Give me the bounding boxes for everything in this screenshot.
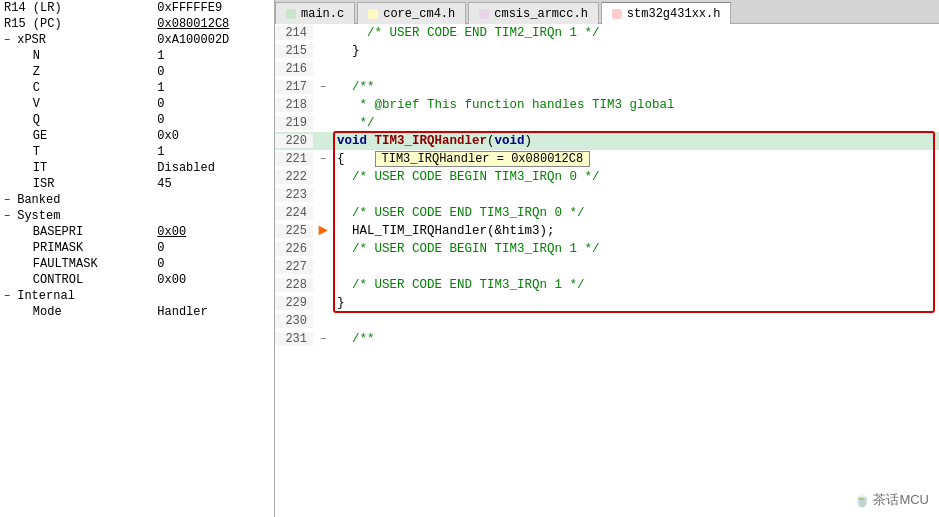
register-value-xpsr-t: 1 <box>153 144 274 160</box>
register-row-primask: PRIMASK0 <box>0 240 274 256</box>
line-marker-225: ► <box>313 223 333 239</box>
register-name-mode: Mode <box>0 304 153 320</box>
comment-text-214: /* USER CODE END TIM2_IRQn 1 */ <box>337 26 600 40</box>
fn-name-220: TIM3_IRQHandler <box>375 134 488 148</box>
tab-main-c[interactable]: main.c <box>275 2 355 24</box>
register-name-xpsr-c: C <box>0 80 153 96</box>
register-name-control: CONTROL <box>0 272 153 288</box>
register-row-xpsr-z: Z0 <box>0 64 274 80</box>
tab-label-main-c: main.c <box>301 7 344 21</box>
line-number-222: 222 <box>275 170 313 184</box>
register-name-internal: − Internal <box>0 288 153 304</box>
comment-text-222: /* USER CODE BEGIN TIM3_IRQn 0 */ <box>337 170 600 184</box>
register-row-xpsr-q: Q0 <box>0 112 274 128</box>
register-value-faultmask: 0 <box>153 256 274 272</box>
line-number-230: 230 <box>275 314 313 328</box>
tab-icon-stm32g431xx <box>612 9 622 19</box>
code-line-228: 228 /* USER CODE END TIM3_IRQn 1 */ <box>275 276 939 294</box>
code-line-217: 217− /** <box>275 78 939 96</box>
code-line-214: 214 /* USER CODE END TIM2_IRQn 1 */ <box>275 24 939 42</box>
code-line-219: 219 */ <box>275 114 939 132</box>
register-row-banked: − Banked <box>0 192 274 208</box>
register-value-basepri: 0x00 <box>153 224 274 240</box>
line-content-225: HAL_TIM_IRQHandler(&htim3); <box>333 224 939 238</box>
code-line-218: 218 * @brief This function handles TIM3 … <box>275 96 939 114</box>
line-marker-231[interactable]: − <box>313 334 333 345</box>
register-row-system: − System <box>0 208 274 224</box>
execution-arrow: ► <box>318 223 328 239</box>
comment-text-226: /* USER CODE BEGIN TIM3_IRQn 1 */ <box>337 242 600 256</box>
code-line-227: 227 <box>275 258 939 276</box>
register-row-xpsr: − xPSR0xA100002D <box>0 32 274 48</box>
register-value-primask: 0 <box>153 240 274 256</box>
register-row-control: CONTROL0x00 <box>0 272 274 288</box>
register-row-xpsr-v: V0 <box>0 96 274 112</box>
line-number-217: 217 <box>275 80 313 94</box>
line-number-229: 229 <box>275 296 313 310</box>
register-value-r14: 0xFFFFFE9 <box>153 0 274 16</box>
line-number-221: 221 <box>275 152 313 166</box>
tab-icon-main-c <box>286 9 296 19</box>
main-container: R14 (LR)0xFFFFFE9R15 (PC)0x080012C8− xPS… <box>0 0 939 517</box>
line-content-229: } <box>333 296 939 310</box>
register-name-xpsr: − xPSR <box>0 32 153 48</box>
register-name-xpsr-z: Z <box>0 64 153 80</box>
tab-cmsis-armcc[interactable]: cmsis_armcc.h <box>468 2 599 24</box>
line-number-215: 215 <box>275 44 313 58</box>
line-content-220: void TIM3_IRQHandler(void) <box>333 134 939 148</box>
collapse-icon-system[interactable]: − <box>4 211 10 222</box>
code-line-226: 226 /* USER CODE BEGIN TIM3_IRQn 1 */ <box>275 240 939 258</box>
register-name-xpsr-t: T <box>0 144 153 160</box>
register-row-xpsr-it: ITDisabled <box>0 160 274 176</box>
register-row-r14: R14 (LR)0xFFFFFE9 <box>0 0 274 16</box>
register-name-system: − System <box>0 208 153 224</box>
expand-icon-217[interactable]: − <box>320 82 326 93</box>
line-content-222: /* USER CODE BEGIN TIM3_IRQn 0 */ <box>333 170 939 184</box>
tab-label-cmsis-armcc: cmsis_armcc.h <box>494 7 588 21</box>
register-name-xpsr-n: N <box>0 48 153 64</box>
comment-text-224: /* USER CODE END TIM3_IRQn 0 */ <box>337 206 585 220</box>
register-value-xpsr-isr: 45 <box>153 176 274 192</box>
register-name-xpsr-ge: GE <box>0 128 153 144</box>
param-void-220: void <box>495 134 525 148</box>
line-content-215: } <box>333 44 939 58</box>
tab-stm32g431xx[interactable]: stm32g431xx.h <box>601 2 732 24</box>
code-line-222: 222 /* USER CODE BEGIN TIM3_IRQn 0 */ <box>275 168 939 186</box>
watermark: 🍵 茶话MCU <box>854 491 929 509</box>
line-content-226: /* USER CODE BEGIN TIM3_IRQn 1 */ <box>333 242 939 256</box>
code-line-223: 223 <box>275 186 939 204</box>
register-value-xpsr-v: 0 <box>153 96 274 112</box>
collapse-icon-xpsr[interactable]: − <box>4 35 10 46</box>
keyword-void-220: void <box>337 134 367 148</box>
tab-bar: main.ccore_cm4.hcmsis_armcc.hstm32g431xx… <box>275 0 939 24</box>
line-marker-217[interactable]: − <box>313 82 333 93</box>
comment-text-219: */ <box>337 116 375 130</box>
code-line-215: 215 } <box>275 42 939 60</box>
code-lines: 214 /* USER CODE END TIM2_IRQn 1 */215 }… <box>275 24 939 517</box>
register-row-xpsr-isr: ISR45 <box>0 176 274 192</box>
collapse-icon-banked[interactable]: − <box>4 195 10 206</box>
register-row-internal: − Internal <box>0 288 274 304</box>
comment-text-217: /** <box>337 80 375 94</box>
register-value-xpsr-c: 1 <box>153 80 274 96</box>
line-content-217: /** <box>333 80 939 94</box>
line-number-223: 223 <box>275 188 313 202</box>
register-value-xpsr-it: Disabled <box>153 160 274 176</box>
line-number-220: 220 <box>275 134 313 148</box>
collapse-icon-internal[interactable]: − <box>4 291 10 302</box>
code-area: 214 /* USER CODE END TIM2_IRQn 1 */215 }… <box>275 24 939 517</box>
register-value-xpsr: 0xA100002D <box>153 32 274 48</box>
register-name-xpsr-q: Q <box>0 112 153 128</box>
line-marker-221[interactable]: − <box>313 154 333 165</box>
register-row-xpsr-ge: GE0x0 <box>0 128 274 144</box>
tab-core-cm4[interactable]: core_cm4.h <box>357 2 466 24</box>
expand-icon-231[interactable]: − <box>320 334 326 345</box>
code-line-216: 216 <box>275 60 939 78</box>
watermark-text: 茶话MCU <box>873 492 929 507</box>
register-row-faultmask: FAULTMASK0 <box>0 256 274 272</box>
register-name-r14: R14 (LR) <box>0 0 153 16</box>
register-name-xpsr-it: IT <box>0 160 153 176</box>
expand-icon-221[interactable]: − <box>320 154 326 165</box>
register-value-xpsr-n: 1 <box>153 48 274 64</box>
line-content-219: */ <box>333 116 939 130</box>
